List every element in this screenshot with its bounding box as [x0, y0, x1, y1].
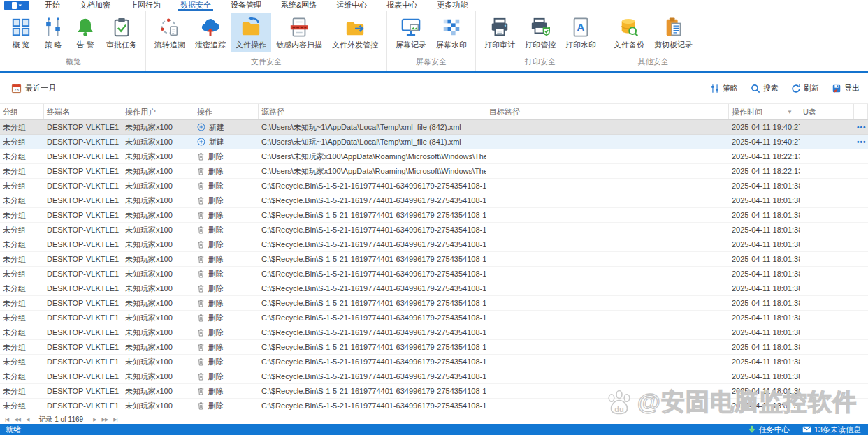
menu-tab-web-behavior[interactable]: 上网行为: [120, 0, 171, 11]
table-row[interactable]: 未分组DESKTOP-VLKTLE1未知玩家x100删除C:\$Recycle.…: [0, 296, 868, 311]
table-row[interactable]: 未分组DESKTOP-VLKTLE1未知玩家x100删除C:\$Recycle.…: [0, 325, 868, 340]
ribbon-item-screen-watermark[interactable]: 屏幕水印: [431, 13, 472, 52]
search-icon: [751, 84, 760, 94]
table-row[interactable]: 未分组DESKTOP-VLKTLE1未知玩家x100删除C:\$Recycle.…: [0, 237, 868, 252]
pager-next-page-button[interactable]: ▶▶: [99, 417, 111, 422]
ribbon-item-overview[interactable]: 概 览: [5, 13, 37, 52]
menu-tab-system-network[interactable]: 系统&网络: [271, 0, 326, 11]
header-terminal[interactable]: 终端名: [44, 104, 122, 119]
table-row[interactable]: 未分组DESKTOP-VLKTLE1未知玩家x100删除C:\$Recycle.…: [0, 267, 868, 281]
cell-user: 未知玩家x100: [122, 239, 194, 250]
header-user[interactable]: 操作用户: [122, 104, 194, 119]
policy-button[interactable]: 策略: [710, 83, 738, 94]
app-menu-button[interactable]: [4, 1, 29, 10]
table-row[interactable]: 未分组DESKTOP-VLKTLE1未知玩家x100删除C:\$Recycle.…: [0, 384, 868, 399]
table-row[interactable]: 未分组DESKTOP-VLKTLE1未知玩家x100新建C:\Users\未知玩…: [0, 135, 868, 149]
app-menu-icon: [10, 1, 24, 10]
row-more-button[interactable]: •••: [857, 138, 867, 146]
action-label: 删除: [208, 313, 224, 323]
filter-dropdown-icon[interactable]: ▼: [787, 109, 797, 115]
cell-source-path: C:\Users\未知玩~1\AppData\Local\Temp\xml_fi…: [259, 137, 486, 147]
ribbon-item-file-outgoing[interactable]: 文件外发管控: [327, 13, 383, 52]
cell-group: 未分组: [0, 181, 44, 191]
table-row[interactable]: 未分组DESKTOP-VLKTLE1未知玩家x100删除C:\$Recycle.…: [0, 223, 868, 237]
header-time[interactable]: 操作时间▼: [729, 104, 800, 119]
cell-group: 未分组: [0, 386, 44, 397]
ribbon-item-print-watermark[interactable]: A 打印水印: [560, 13, 601, 52]
pager-prev-page-button[interactable]: ◀◀: [11, 417, 23, 422]
ribbon-item-sensitive-scan[interactable]: 敏感内容扫描: [271, 13, 327, 52]
table-row[interactable]: 未分组DESKTOP-VLKTLE1未知玩家x100删除C:\$Recycle.…: [0, 281, 868, 296]
table-row[interactable]: 未分组DESKTOP-VLKTLE1未知玩家x100新建C:\Users\未知玩…: [0, 120, 868, 135]
cell-terminal: DESKTOP-VLKTLE1: [44, 240, 122, 249]
svg-text:A: A: [577, 21, 585, 33]
table-row[interactable]: 未分组DESKTOP-VLKTLE1未知玩家x100删除C:\$Recycle.…: [0, 311, 868, 325]
unread-messages-button[interactable]: 13条未读信息: [802, 425, 861, 435]
task-center-button[interactable]: 任务中心: [748, 425, 790, 435]
ribbon-item-leak-trace[interactable]: 泄密追踪: [190, 13, 231, 52]
menu-tab-doc-encryption[interactable]: 文档加密: [70, 0, 120, 11]
ribbon-item-policy[interactable]: 策 略: [37, 13, 69, 52]
ribbon-item-file-backup[interactable]: 文件备份: [609, 13, 649, 52]
table-row[interactable]: 未分组DESKTOP-VLKTLE1未知玩家x100删除C:\Users\未知玩…: [0, 164, 868, 179]
header-action[interactable]: 操作: [194, 104, 259, 119]
pager-first-button[interactable]: |◀: [2, 417, 11, 422]
delete-trash-icon: [197, 284, 205, 293]
table-row[interactable]: 未分组DESKTOP-VLKTLE1未知玩家x100删除C:\$Recycle.…: [0, 399, 868, 413]
table-row[interactable]: 未分组DESKTOP-VLKTLE1未知玩家x100删除C:\$Recycle.…: [0, 252, 868, 267]
header-group[interactable]: 分组: [0, 104, 44, 119]
ribbon-item-clipboard-record[interactable]: 剪切板记录: [649, 13, 697, 52]
date-range-filter[interactable]: 23 最近一月: [11, 83, 56, 94]
cell-user: 未知玩家x100: [122, 181, 194, 191]
ribbon-item-label: 屏幕记录: [396, 40, 426, 50]
table-row[interactable]: 未分组DESKTOP-VLKTLE1未知玩家x100删除C:\Users\未知玩…: [0, 149, 868, 164]
cell-source-path: C:\$Recycle.Bin\S-1-5-21-1619774401-6349…: [259, 211, 486, 219]
ribbon-item-print-control[interactable]: 打印管控: [520, 13, 560, 52]
export-button[interactable]: 导出: [832, 83, 860, 94]
menu-tab-data-security[interactable]: 数据安全: [171, 0, 221, 11]
cell-user: 未知玩家x100: [122, 342, 194, 353]
cell-source-path: C:\$Recycle.Bin\S-1-5-21-1619774401-6349…: [259, 240, 486, 249]
ribbon-item-label: 剪切板记录: [654, 40, 693, 50]
ribbon-item-print-audit[interactable]: 打印审计: [479, 13, 520, 52]
cell-time: 2025-04-11 18:01:38: [729, 328, 800, 337]
cell-source-path: C:\$Recycle.Bin\S-1-5-21-1619774401-6349…: [259, 255, 486, 263]
cell-user: 未知玩家x100: [122, 210, 194, 221]
ribbon-item-screen-record[interactable]: 屏幕记录: [391, 13, 431, 52]
row-more-button[interactable]: •••: [857, 124, 867, 131]
screen-watermark-icon: [441, 17, 462, 38]
cell-time: 2025-04-11 18:01:38: [729, 226, 800, 234]
header-source-path[interactable]: 源路径: [259, 104, 486, 119]
ribbon-item-label: 文件外发管控: [332, 40, 378, 50]
pager-prev-button[interactable]: ◀: [23, 417, 31, 422]
cell-source-path: C:\Users\未知玩~1\AppData\Local\Temp\xml_fi…: [259, 122, 486, 133]
menu-tab-report-center[interactable]: 报表中心: [377, 0, 427, 11]
search-button[interactable]: 搜索: [751, 83, 779, 94]
delete-trash-icon: [197, 182, 205, 190]
header-usb[interactable]: U盘: [800, 104, 854, 119]
header-target-path[interactable]: 目标路径: [486, 104, 729, 119]
ribbon-item-file-operations[interactable]: 文件操作: [231, 13, 271, 52]
ribbon-item-alert[interactable]: 告 警: [69, 13, 101, 52]
menu-tab-start[interactable]: 开始: [35, 0, 70, 11]
menu-tab-device-mgmt[interactable]: 设备管理: [221, 0, 271, 11]
table-row[interactable]: 未分组DESKTOP-VLKTLE1未知玩家x100删除C:\$Recycle.…: [0, 193, 868, 208]
cell-action: 新建: [194, 122, 259, 133]
create-plus-icon: [197, 123, 205, 131]
menu-tab-ops-center[interactable]: 运维中心: [326, 0, 377, 11]
ribbon-item-approval-tasks[interactable]: 审批任务: [101, 13, 142, 52]
cell-action: 删除: [194, 298, 259, 309]
refresh-button[interactable]: 刷新: [791, 83, 819, 94]
table-row[interactable]: 未分组DESKTOP-VLKTLE1未知玩家x100删除C:\$Recycle.…: [0, 369, 868, 384]
pager-last-button[interactable]: ▶|: [110, 417, 120, 422]
cell-terminal: DESKTOP-VLKTLE1: [44, 372, 122, 381]
pager-next-button[interactable]: ▶: [90, 417, 99, 422]
cell-action: 删除: [194, 327, 259, 338]
table-row[interactable]: 未分组DESKTOP-VLKTLE1未知玩家x100删除C:\$Recycle.…: [0, 340, 868, 355]
cell-action: 删除: [194, 166, 259, 177]
menu-tab-more-features[interactable]: 更多功能: [427, 0, 477, 11]
table-row[interactable]: 未分组DESKTOP-VLKTLE1未知玩家x100删除C:\$Recycle.…: [0, 179, 868, 193]
table-row[interactable]: 未分组DESKTOP-VLKTLE1未知玩家x100删除C:\$Recycle.…: [0, 208, 868, 223]
ribbon-item-flow-trace[interactable]: 流转追溯: [150, 13, 190, 52]
table-row[interactable]: 未分组DESKTOP-VLKTLE1未知玩家x100删除C:\$Recycle.…: [0, 355, 868, 369]
